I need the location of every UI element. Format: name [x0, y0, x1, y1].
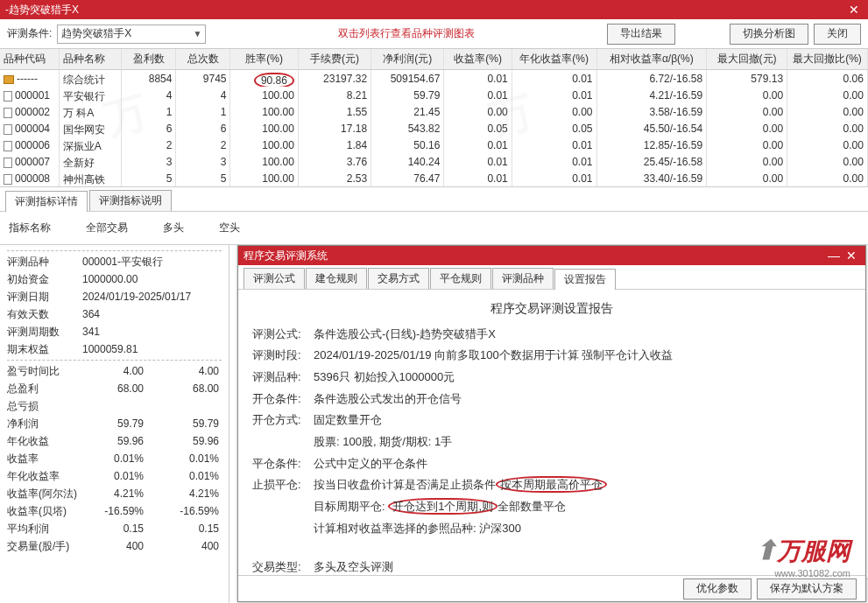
- stat-row: 有效天数364: [7, 305, 222, 323]
- table-cell: 100.00: [230, 137, 298, 153]
- col-header[interactable]: 品种代码: [0, 49, 60, 69]
- stat-row: 评测品种000001-平安银行: [7, 253, 222, 270]
- stat-value-all: 0.15: [82, 522, 158, 535]
- table-cell: 000004: [0, 120, 60, 137]
- table-row[interactable]: ------综合统计8854974590.8623197.32509154.67…: [0, 70, 868, 87]
- chevron-down-icon: ▼: [193, 29, 201, 39]
- table-cell: 76.47: [371, 170, 444, 186]
- tab-detail[interactable]: 评测指标详情: [5, 191, 88, 212]
- stat-row: 总亏损: [7, 397, 222, 415]
- table-cell: 0.01: [512, 70, 597, 87]
- table-cell: 12.85/-16.59: [597, 137, 708, 153]
- col-header[interactable]: 相对收益率α/β(%): [597, 49, 708, 69]
- table-cell: 深振业A: [60, 137, 123, 153]
- table-cell: 平安银行: [60, 87, 123, 103]
- stat-value-long: 0.01%: [158, 452, 219, 465]
- popup-tab[interactable]: 交易方式: [368, 268, 429, 289]
- table-cell: 90.86: [230, 70, 298, 87]
- table-cell: 4.21/-16.59: [597, 87, 708, 103]
- table-cell: 神州高铁: [60, 170, 123, 186]
- col-header[interactable]: 胜率(%): [230, 49, 298, 69]
- table-cell: 9745: [176, 70, 230, 87]
- stat-row: 收益率(阿尔法)4.21%4.21%: [7, 485, 222, 502]
- stat-value: 000001-平安银行: [82, 255, 222, 270]
- close-cond-label: 平仓条件:: [252, 453, 314, 475]
- popup-body: 程序交易评测设置报告 评测公式:条件选股公式-(日线)-趋势突破猎手X 评测时段…: [238, 290, 865, 575]
- col-header[interactable]: 最大回撤(元): [707, 49, 787, 69]
- table-cell: 0.00: [787, 87, 868, 103]
- stat-row: 年化收益59.9659.96: [7, 432, 222, 450]
- table-cell: 2: [122, 137, 176, 153]
- popup-close-icon[interactable]: ✕: [843, 249, 860, 263]
- open-method-detail: 股票: 100股, 期货/期权: 1手: [252, 431, 851, 453]
- formula-label: 评测公式:: [252, 324, 314, 346]
- table-cell: 25.45/-16.58: [597, 153, 708, 170]
- stat-label: 收益率: [7, 452, 82, 466]
- popup-tab[interactable]: 评测公式: [243, 268, 305, 289]
- col-header[interactable]: 总次数: [176, 49, 230, 69]
- col-header[interactable]: 手续费(元): [299, 49, 371, 69]
- close-cond-value: 公式中定义的平仓条件: [314, 453, 427, 475]
- table-row[interactable]: 000008神州高铁55100.002.5376.470.010.0133.40…: [0, 170, 868, 186]
- col-header[interactable]: 最大回撤比(%): [787, 49, 868, 69]
- table-cell: 579.13: [707, 70, 787, 87]
- minimize-icon[interactable]: —: [825, 249, 843, 263]
- stat-label: 期末权益: [7, 342, 82, 357]
- open-method-value: 固定数量开仓: [314, 410, 382, 431]
- stat-value-long: 400: [158, 540, 219, 552]
- switch-chart-button[interactable]: 切换分析图: [730, 24, 808, 45]
- stat-label: 收益率(阿尔法): [7, 487, 82, 501]
- table-cell: 4: [122, 87, 176, 103]
- open-cond-label: 开仓条件:: [252, 389, 314, 410]
- close-icon[interactable]: ✕: [845, 3, 863, 17]
- table-cell: 8854: [122, 70, 176, 87]
- table-row[interactable]: 000002万 科A11100.001.5521.450.000.003.58/…: [0, 103, 868, 120]
- close-button[interactable]: 关闭: [814, 24, 861, 45]
- popup-titlebar: 程序交易评测系统 — ✕: [238, 246, 865, 265]
- col-header[interactable]: 收益率(%): [444, 49, 512, 69]
- open-method-label: 开仓方式:: [252, 410, 314, 431]
- table-cell: 万 科A: [60, 103, 123, 120]
- file-icon: [4, 174, 12, 185]
- table-cell: 0.00: [787, 103, 868, 120]
- stat-value: 341: [82, 326, 222, 338]
- table-cell: 5: [122, 170, 176, 186]
- table-cell: 0.00: [707, 120, 787, 137]
- table-cell: 100.00: [230, 87, 298, 103]
- popup-tab[interactable]: 建仓规则: [306, 268, 367, 289]
- formula-value: 条件选股公式-(日线)-趋势突破猎手X: [314, 324, 496, 346]
- table-cell: 1.55: [299, 103, 371, 120]
- col-header[interactable]: 年化收益率(%): [512, 49, 597, 69]
- stat-value-long: 0.01%: [158, 470, 219, 482]
- export-button[interactable]: 导出结果: [607, 24, 675, 45]
- col-header[interactable]: 净利润(元): [371, 49, 444, 69]
- popup-tab[interactable]: 平仓规则: [430, 268, 491, 289]
- toolbar-hint: 双击列表行查看品种评测图表: [211, 26, 602, 41]
- stat-label: 交易量(股/手): [7, 539, 82, 554]
- stat-value-long: 4.21%: [158, 487, 219, 500]
- tab-explain[interactable]: 评测指标说明: [89, 190, 172, 211]
- stat-label: 收益率(贝塔): [7, 504, 82, 519]
- table-row[interactable]: 000004国华网安66100.0017.18543.820.050.0545.…: [0, 120, 868, 137]
- popup-window: 程序交易评测系统 — ✕ 评测公式建仓规则交易方式平仓规则评测品种设置报告 程序…: [237, 245, 866, 602]
- popup-tab[interactable]: 设置报告: [554, 269, 616, 290]
- stat-row: 期末权益1000059.81: [7, 340, 222, 358]
- stat-value-all: 59.79: [82, 417, 158, 430]
- col-header[interactable]: 盈利数: [122, 49, 176, 69]
- col-header[interactable]: 品种名称: [60, 49, 123, 69]
- stat-row: 收益率0.01%0.01%: [7, 450, 222, 467]
- save-default-button[interactable]: 保存为默认方案: [757, 578, 857, 599]
- table-cell: 6.72/-16.58: [597, 70, 708, 87]
- stat-label: 平均利润: [7, 522, 82, 536]
- benchmark-line: 计算相对收益率选择的参照品种: 沪深300: [252, 518, 851, 540]
- table-row[interactable]: 000007全新好33100.003.76140.240.010.0125.45…: [0, 153, 868, 170]
- table-row[interactable]: 000006深振业A22100.001.8450.160.010.0112.85…: [0, 137, 868, 153]
- popup-tab[interactable]: 评测品种: [492, 268, 554, 289]
- optimize-button[interactable]: 优化参数: [683, 578, 752, 599]
- stat-value-long: 68.00: [158, 382, 219, 395]
- table-cell: 100.00: [230, 170, 298, 186]
- table-cell: 3: [176, 153, 230, 170]
- stat-value-all: -16.59%: [82, 505, 158, 517]
- strategy-combo[interactable]: 趋势突破猎手X ▼: [57, 25, 206, 44]
- table-row[interactable]: 000001平安银行44100.008.2159.790.010.014.21/…: [0, 87, 868, 103]
